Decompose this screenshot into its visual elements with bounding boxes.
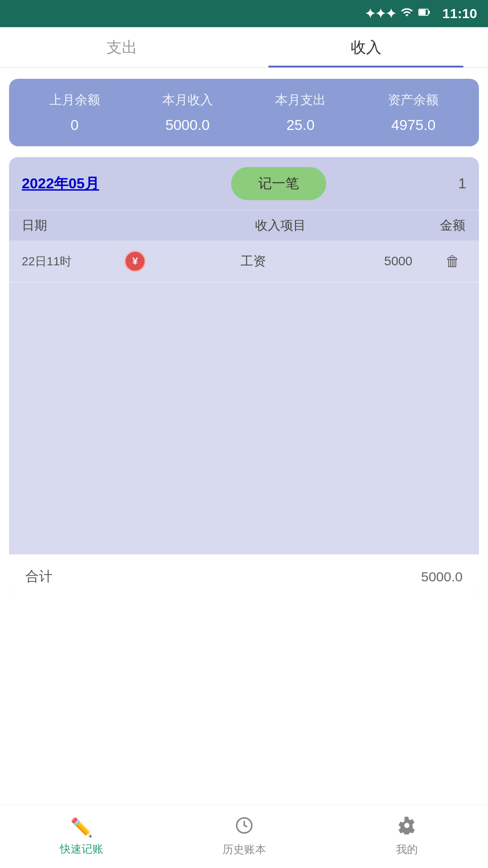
table-body: 22日11时 ¥ 工资 5000 🗑 <box>9 240 479 554</box>
trash-icon: 🗑 <box>445 253 460 270</box>
total-value: 5000.0 <box>421 569 463 585</box>
month-selector[interactable]: 2022年05月 <box>22 174 99 194</box>
gear-icon <box>398 816 416 839</box>
status-bar: ✦✦✦ 11:10 <box>0 0 488 27</box>
cell-date: 22日11时 <box>22 254 121 269</box>
signal-icon: ✦✦✦ <box>365 6 396 21</box>
summary-asset-balance: 资产余额 4975.0 <box>357 91 470 134</box>
total-label: 合计 <box>25 567 53 586</box>
header-date: 日期 <box>22 217 121 234</box>
nav-quick-accounting[interactable]: ✏️ 快速记账 <box>0 817 163 856</box>
header-category: 收入项目 <box>121 217 439 234</box>
status-icons: ✦✦✦ 11:10 <box>365 6 477 22</box>
summary-card: 上月余额 0 本月收入 5000.0 本月支出 25.0 资产余额 4975.0 <box>9 79 479 146</box>
cell-icon: ¥ <box>121 250 149 272</box>
bottom-nav: ✏️ 快速记账 历史账本 我的 <box>0 805 488 868</box>
summary-last-month: 上月余额 0 <box>18 91 131 134</box>
yuan-icon: ¥ <box>124 250 146 272</box>
add-record-button[interactable]: 记一笔 <box>231 167 326 200</box>
cell-category: 工资 <box>149 253 358 270</box>
nav-history[interactable]: 历史账本 <box>163 816 325 857</box>
record-count: 1 <box>458 175 466 192</box>
clock-icon <box>235 816 253 839</box>
header-amount: 金额 <box>439 217 466 234</box>
svg-rect-2 <box>428 10 430 14</box>
footer-total: 合计 5000.0 <box>9 554 479 599</box>
main-card: 2022年05月 记一笔 1 日期 收入项目 金额 22日11时 ¥ 工资 50… <box>9 157 479 599</box>
tab-bar: 支出 收入 <box>0 27 488 68</box>
summary-monthly-expense: 本月支出 25.0 <box>244 91 357 134</box>
card-header: 2022年05月 记一笔 1 <box>9 157 479 210</box>
data-icon <box>401 6 413 22</box>
tab-expense[interactable]: 支出 <box>0 27 244 67</box>
table-header: 日期 收入项目 金额 <box>9 210 479 240</box>
nav-mine[interactable]: 我的 <box>325 816 488 857</box>
table-row: 22日11时 ¥ 工资 5000 🗑 <box>9 240 479 283</box>
svg-rect-1 <box>420 10 426 15</box>
pencil-icon: ✏️ <box>70 817 93 838</box>
summary-grid: 上月余额 0 本月收入 5000.0 本月支出 25.0 资产余额 4975.0 <box>18 91 470 134</box>
clock-time: 11:10 <box>442 6 477 21</box>
tab-income[interactable]: 收入 <box>244 27 488 67</box>
battery-icon <box>418 6 431 22</box>
empty-area <box>9 283 479 554</box>
delete-record-button[interactable]: 🗑 <box>439 253 466 270</box>
summary-monthly-income: 本月收入 5000.0 <box>131 91 244 134</box>
cell-amount: 5000 <box>358 254 439 269</box>
